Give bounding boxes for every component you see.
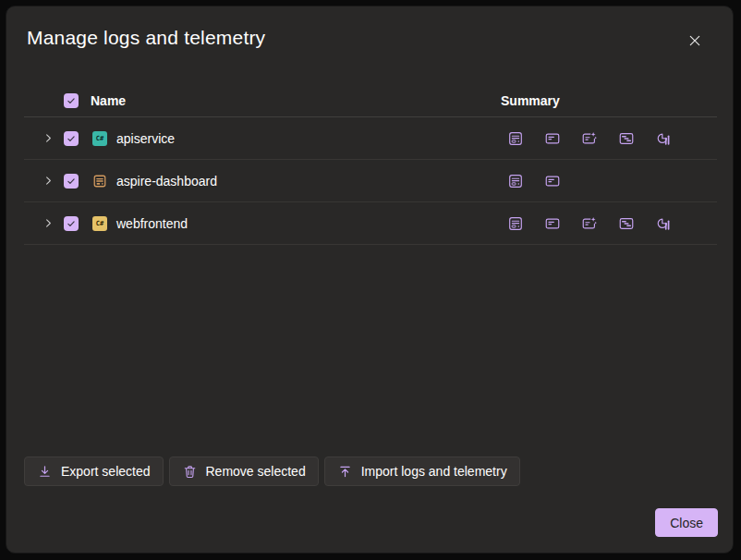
dashboard-resource-icon	[92, 174, 107, 189]
structured-logs-icon	[534, 129, 571, 148]
import-logs-button[interactable]: Import logs and telemetry	[324, 457, 520, 486]
summary-column-header: Summary	[497, 93, 560, 108]
close-icon	[686, 32, 703, 49]
select-all-checkbox[interactable]	[64, 93, 79, 108]
csharp-project-icon: C#	[92, 131, 107, 146]
expand-chevron-icon[interactable]	[41, 131, 55, 146]
download-icon	[37, 464, 53, 480]
table-row: C#apiservice	[24, 117, 717, 160]
resource-name: aspire-dashboard	[116, 174, 217, 189]
summary-icons	[497, 172, 682, 190]
row-checkbox[interactable]	[64, 216, 79, 231]
structured-logs-icon	[534, 172, 571, 190]
traces-icon	[608, 214, 645, 233]
name-column-header: Name	[91, 93, 126, 108]
close-row: Close	[655, 508, 718, 537]
table-header-row: Name Summary	[24, 84, 717, 117]
table-row: aspire-dashboard	[24, 160, 717, 202]
resource-name: apiservice	[116, 131, 175, 146]
manage-logs-dialog: Manage logs and telemetry Name Summary C…	[6, 6, 734, 554]
remove-selected-label: Remove selected	[206, 464, 306, 479]
empty-summary-slot	[571, 172, 608, 190]
resource-name: webfrontend	[116, 216, 188, 231]
table-row: C#webfrontend	[24, 202, 717, 245]
empty-summary-slot	[608, 172, 645, 190]
row-checkbox[interactable]	[64, 174, 79, 189]
checkmark-icon	[66, 95, 77, 106]
dialog-title: Manage logs and telemetry	[27, 27, 265, 49]
summary-icons	[497, 129, 682, 148]
import-logs-label: Import logs and telemetry	[361, 464, 507, 479]
dialog-close-icon[interactable]	[685, 30, 705, 51]
row-checkbox[interactable]	[64, 131, 79, 146]
table-body: C#apiserviceaspire-dashboardC#webfronten…	[24, 117, 717, 245]
summary-icons	[497, 214, 682, 233]
close-button[interactable]: Close	[655, 508, 718, 537]
console-logs-icon	[497, 129, 534, 148]
structured-logs-icon	[534, 214, 571, 233]
expand-chevron-icon[interactable]	[41, 174, 55, 189]
csharp-project-icon: C#	[92, 216, 107, 231]
traces-icon	[608, 129, 645, 148]
export-selected-button[interactable]: Export selected	[24, 457, 164, 486]
summary-header-cell: Summary	[497, 93, 682, 108]
upload-icon	[337, 464, 353, 480]
expand-chevron-icon[interactable]	[41, 216, 55, 231]
export-selected-label: Export selected	[61, 464, 151, 479]
resources-table: Name Summary C#apiserviceaspire-dashboar…	[24, 84, 717, 245]
footer-actions: Export selected Remove selected Import l…	[24, 457, 717, 486]
metrics-icon	[645, 214, 682, 233]
structured-logs-sparkle-icon	[571, 129, 608, 148]
structured-logs-sparkle-icon	[571, 214, 608, 233]
console-logs-icon	[497, 214, 534, 233]
metrics-icon	[645, 129, 682, 148]
empty-summary-slot	[645, 172, 682, 190]
trash-icon	[182, 464, 198, 480]
console-logs-icon	[497, 172, 534, 190]
remove-selected-button[interactable]: Remove selected	[169, 457, 319, 486]
